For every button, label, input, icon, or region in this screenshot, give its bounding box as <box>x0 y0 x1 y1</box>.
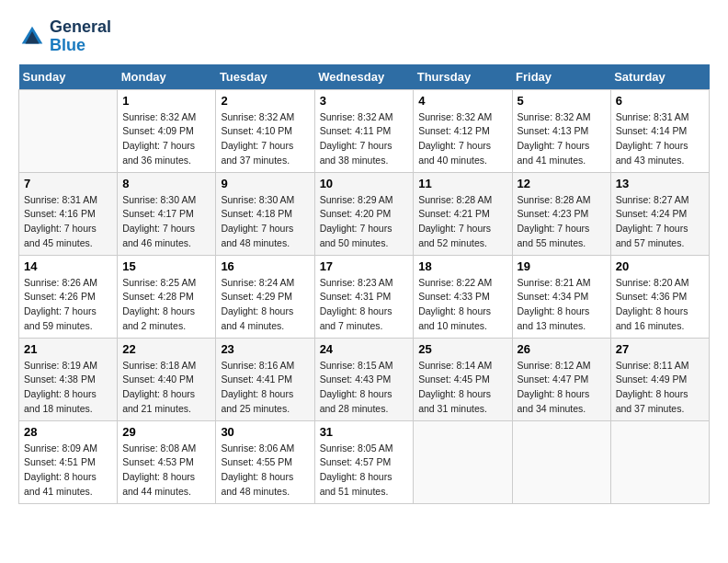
day-info: Sunrise: 8:28 AMSunset: 4:21 PMDaylight:… <box>418 193 506 251</box>
day-number: 28 <box>24 425 112 439</box>
day-number: 17 <box>320 259 409 273</box>
day-info: Sunrise: 8:32 AMSunset: 4:13 PMDaylight:… <box>518 110 606 168</box>
day-info: Sunrise: 8:08 AMSunset: 4:53 PMDaylight:… <box>122 442 210 500</box>
day-info: Sunrise: 8:31 AMSunset: 4:16 PMDaylight:… <box>24 193 112 251</box>
day-number: 26 <box>518 342 606 356</box>
weekday-header: Tuesday <box>216 64 314 90</box>
logo-text: General Blue <box>50 18 111 55</box>
calendar-cell: 27Sunrise: 8:11 AMSunset: 4:49 PMDayligh… <box>610 338 709 420</box>
day-number: 20 <box>616 259 704 273</box>
day-number: 13 <box>616 177 704 190</box>
calendar-cell: 4Sunrise: 8:32 AMSunset: 4:12 PMDaylight… <box>414 89 512 172</box>
day-info: Sunrise: 8:25 AMSunset: 4:28 PMDaylight:… <box>122 276 210 334</box>
day-info: Sunrise: 8:11 AMSunset: 4:49 PMDaylight:… <box>616 359 704 417</box>
calendar-cell: 28Sunrise: 8:09 AMSunset: 4:51 PMDayligh… <box>19 420 118 503</box>
day-info: Sunrise: 8:32 AMSunset: 4:11 PMDaylight:… <box>320 110 409 168</box>
day-info: Sunrise: 8:06 AMSunset: 4:55 PMDaylight:… <box>221 442 309 500</box>
calendar-cell: 13Sunrise: 8:27 AMSunset: 4:24 PMDayligh… <box>610 172 709 255</box>
day-number: 24 <box>320 342 409 356</box>
weekday-header: Thursday <box>414 64 512 90</box>
day-info: Sunrise: 8:23 AMSunset: 4:31 PMDaylight:… <box>320 276 409 334</box>
calendar-cell: 3Sunrise: 8:32 AMSunset: 4:11 PMDaylight… <box>314 89 414 172</box>
calendar-cell: 18Sunrise: 8:22 AMSunset: 4:33 PMDayligh… <box>414 255 512 338</box>
day-info: Sunrise: 8:32 AMSunset: 4:10 PMDaylight:… <box>221 110 309 168</box>
day-info: Sunrise: 8:12 AMSunset: 4:47 PMDaylight:… <box>518 359 606 417</box>
day-number: 12 <box>518 177 606 190</box>
day-number: 25 <box>418 342 506 356</box>
day-number: 30 <box>221 425 309 439</box>
day-info: Sunrise: 8:05 AMSunset: 4:57 PMDaylight:… <box>320 442 409 500</box>
weekday-header: Friday <box>512 64 610 90</box>
day-number: 8 <box>122 177 210 190</box>
day-number: 22 <box>122 342 210 356</box>
page-header: General Blue <box>18 18 710 55</box>
calendar-week: 28Sunrise: 8:09 AMSunset: 4:51 PMDayligh… <box>19 420 710 503</box>
day-info: Sunrise: 8:27 AMSunset: 4:24 PMDaylight:… <box>616 193 704 251</box>
calendar-cell: 22Sunrise: 8:18 AMSunset: 4:40 PMDayligh… <box>118 338 216 420</box>
calendar-cell: 8Sunrise: 8:30 AMSunset: 4:17 PMDaylight… <box>118 172 216 255</box>
day-info: Sunrise: 8:32 AMSunset: 4:12 PMDaylight:… <box>418 110 506 168</box>
day-number: 19 <box>518 259 606 273</box>
day-number: 27 <box>616 342 704 356</box>
day-number: 16 <box>221 259 309 273</box>
day-number: 21 <box>24 342 112 356</box>
day-info: Sunrise: 8:26 AMSunset: 4:26 PMDaylight:… <box>24 276 112 334</box>
day-info: Sunrise: 8:09 AMSunset: 4:51 PMDaylight:… <box>24 442 112 500</box>
day-info: Sunrise: 8:16 AMSunset: 4:41 PMDaylight:… <box>221 359 309 417</box>
day-number: 1 <box>122 94 210 108</box>
day-info: Sunrise: 8:30 AMSunset: 4:17 PMDaylight:… <box>122 193 210 251</box>
calendar-week: 1Sunrise: 8:32 AMSunset: 4:09 PMDaylight… <box>19 89 710 172</box>
day-number: 11 <box>418 177 506 190</box>
weekday-header: Saturday <box>610 64 709 90</box>
calendar-cell: 25Sunrise: 8:14 AMSunset: 4:45 PMDayligh… <box>414 338 512 420</box>
day-info: Sunrise: 8:14 AMSunset: 4:45 PMDaylight:… <box>418 359 506 417</box>
calendar-week: 21Sunrise: 8:19 AMSunset: 4:38 PMDayligh… <box>19 338 710 420</box>
calendar-cell: 29Sunrise: 8:08 AMSunset: 4:53 PMDayligh… <box>118 420 216 503</box>
calendar-cell: 30Sunrise: 8:06 AMSunset: 4:55 PMDayligh… <box>216 420 314 503</box>
calendar-cell: 17Sunrise: 8:23 AMSunset: 4:31 PMDayligh… <box>314 255 414 338</box>
calendar-cell: 24Sunrise: 8:15 AMSunset: 4:43 PMDayligh… <box>314 338 414 420</box>
calendar-cell: 14Sunrise: 8:26 AMSunset: 4:26 PMDayligh… <box>19 255 118 338</box>
calendar-cell: 10Sunrise: 8:29 AMSunset: 4:20 PMDayligh… <box>314 172 414 255</box>
header-row: SundayMondayTuesdayWednesdayThursdayFrid… <box>19 64 710 90</box>
day-info: Sunrise: 8:19 AMSunset: 4:38 PMDaylight:… <box>24 359 112 417</box>
day-number: 29 <box>122 425 210 439</box>
day-info: Sunrise: 8:20 AMSunset: 4:36 PMDaylight:… <box>616 276 704 334</box>
day-number: 5 <box>518 94 606 108</box>
day-number: 4 <box>418 94 506 108</box>
day-info: Sunrise: 8:30 AMSunset: 4:18 PMDaylight:… <box>221 193 309 251</box>
calendar-cell <box>19 89 118 172</box>
weekday-header: Sunday <box>19 64 118 90</box>
day-number: 23 <box>221 342 309 356</box>
calendar-cell: 15Sunrise: 8:25 AMSunset: 4:28 PMDayligh… <box>118 255 216 338</box>
calendar-cell: 5Sunrise: 8:32 AMSunset: 4:13 PMDaylight… <box>512 89 610 172</box>
day-number: 14 <box>24 259 112 273</box>
day-number: 6 <box>616 94 704 108</box>
day-info: Sunrise: 8:29 AMSunset: 4:20 PMDaylight:… <box>320 193 409 251</box>
calendar-cell: 23Sunrise: 8:16 AMSunset: 4:41 PMDayligh… <box>216 338 314 420</box>
day-number: 10 <box>320 177 409 190</box>
calendar-cell: 7Sunrise: 8:31 AMSunset: 4:16 PMDaylight… <box>19 172 118 255</box>
calendar-cell: 21Sunrise: 8:19 AMSunset: 4:38 PMDayligh… <box>19 338 118 420</box>
day-number: 7 <box>24 177 112 190</box>
calendar-cell <box>610 420 709 503</box>
calendar-cell: 6Sunrise: 8:31 AMSunset: 4:14 PMDaylight… <box>610 89 709 172</box>
calendar-cell <box>414 420 512 503</box>
calendar-cell: 1Sunrise: 8:32 AMSunset: 4:09 PMDaylight… <box>118 89 216 172</box>
day-number: 3 <box>320 94 409 108</box>
day-info: Sunrise: 8:21 AMSunset: 4:34 PMDaylight:… <box>518 276 606 334</box>
day-number: 15 <box>122 259 210 273</box>
calendar-cell: 9Sunrise: 8:30 AMSunset: 4:18 PMDaylight… <box>216 172 314 255</box>
day-info: Sunrise: 8:22 AMSunset: 4:33 PMDaylight:… <box>418 276 506 334</box>
calendar-cell: 16Sunrise: 8:24 AMSunset: 4:29 PMDayligh… <box>216 255 314 338</box>
day-info: Sunrise: 8:18 AMSunset: 4:40 PMDaylight:… <box>122 359 210 417</box>
day-info: Sunrise: 8:32 AMSunset: 4:09 PMDaylight:… <box>122 110 210 168</box>
calendar-table: SundayMondayTuesdayWednesdayThursdayFrid… <box>18 64 710 504</box>
day-info: Sunrise: 8:24 AMSunset: 4:29 PMDaylight:… <box>221 276 309 334</box>
day-info: Sunrise: 8:31 AMSunset: 4:14 PMDaylight:… <box>616 110 704 168</box>
calendar-cell: 12Sunrise: 8:28 AMSunset: 4:23 PMDayligh… <box>512 172 610 255</box>
day-number: 9 <box>221 177 309 190</box>
weekday-header: Monday <box>118 64 216 90</box>
calendar-cell <box>512 420 610 503</box>
calendar-week: 7Sunrise: 8:31 AMSunset: 4:16 PMDaylight… <box>19 172 710 255</box>
